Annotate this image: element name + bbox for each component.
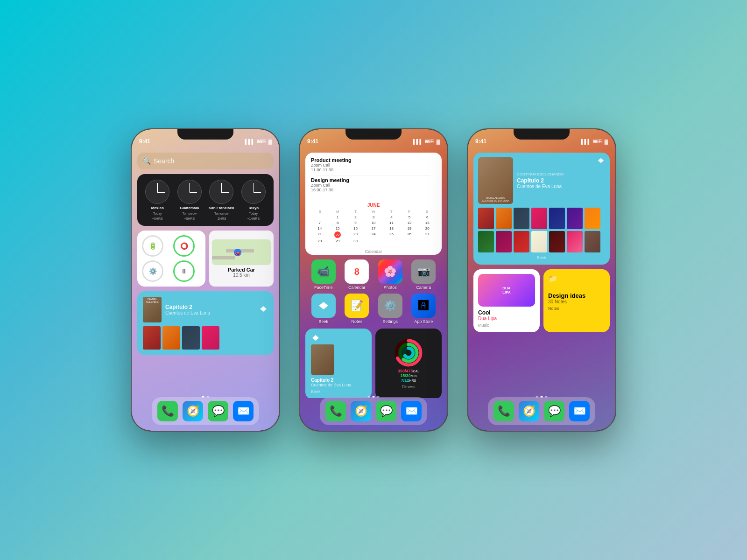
event2-time: 16:30-17:30 xyxy=(311,188,436,192)
photos-icon: 🌸 xyxy=(378,259,402,284)
cal-days-header: SMTWTFS xyxy=(311,210,436,214)
clock-face-mexico xyxy=(145,180,169,204)
signal-icon: ▌▌▌ xyxy=(245,139,254,144)
beek-app-icon xyxy=(311,294,336,318)
status-time-3: 9:41 xyxy=(475,138,486,145)
dock2-safari[interactable]: 🧭 xyxy=(351,401,371,421)
search-icon: 🔍 xyxy=(143,157,151,165)
status-icons-2: ▌▌▌ WiFi ▓ xyxy=(413,139,440,144)
camera-icon: 📷 xyxy=(411,259,436,284)
beek3-subtitle: Cuentos de Eva Luna xyxy=(517,184,593,189)
bk11 xyxy=(531,231,547,252)
phone-1: 9:41 ▌▌▌ WiFi ▓ 🔍 Search Mexico Today +0… xyxy=(131,128,280,432)
beek-subtitle: Cuentos de Eva Luna xyxy=(165,310,210,315)
event2-title: Design meeting xyxy=(311,177,436,183)
app-notes-label: Notes xyxy=(351,319,362,324)
app-calendar[interactable]: 8 Calendar xyxy=(343,259,372,290)
beek3-title: Capítulo 2 xyxy=(517,177,593,184)
status-icons-3: ▌▌▌ WiFi ▓ xyxy=(581,139,608,144)
notch xyxy=(177,129,233,140)
app-grid-row1: 📹 FaceTime 8 Calendar 🌸 Photos 📷 Camera xyxy=(305,259,442,290)
dock2-messages[interactable]: 💬 xyxy=(376,401,396,421)
dock3-safari[interactable]: 🧭 xyxy=(519,401,539,421)
dock-3: 📞 🧭 💬 ✉️ xyxy=(488,397,595,425)
dock-1: 📞 🧭 💬 ✉️ xyxy=(152,397,259,425)
beek3-top: ISABEL ALLENDE CUENTOS DE EVA LUNA CONTI… xyxy=(478,157,605,204)
notes-widget: 📁 Design ideas 30 Notes Notes xyxy=(543,269,610,332)
phone1-screen: 9:41 ▌▌▌ WiFi ▓ 🔍 Search Mexico Today +0… xyxy=(132,129,279,431)
event1-title: Product meeting xyxy=(311,157,436,163)
fitness-calories: 350/475CAL xyxy=(398,369,419,373)
today-marker: 22 xyxy=(334,231,341,238)
min-unit: MIN xyxy=(411,374,417,378)
bk10 xyxy=(514,231,529,252)
city-guatemala: Guatemala xyxy=(180,206,199,210)
bk3 xyxy=(514,208,529,229)
song-artist: Dua Lipa xyxy=(478,316,535,321)
parked-car-title: Parked Car xyxy=(228,267,255,273)
dock-messages[interactable]: 💬 xyxy=(208,401,228,421)
notes-title: Design ideas xyxy=(548,292,605,299)
fitness-widget: 350/475CAL 15/30MIN 7/12HRS Fitness xyxy=(375,329,442,398)
clock-widget: Mexico Today +0HRS Guatemala Tomorrow +0… xyxy=(137,174,274,226)
dock-safari[interactable]: 🧭 xyxy=(183,401,203,421)
map-svg: 🚗 xyxy=(212,239,271,265)
notch-2 xyxy=(345,129,402,140)
app-settings[interactable]: ⚙️ Settings xyxy=(376,294,405,324)
beek3-info: CONTINÚA ESCUCHANDO Capítulo 2 Cuentos d… xyxy=(517,157,593,204)
app-beek[interactable]: Beek xyxy=(309,294,338,324)
book-cover-main: ISABEL ALLENDE xyxy=(143,297,162,322)
city-tokyo: Tokyo xyxy=(248,206,259,210)
app-notes[interactable]: 📝 Notes xyxy=(343,294,372,324)
notch-3 xyxy=(514,129,570,140)
hrs-value: 7/12 xyxy=(401,378,409,383)
parked-car-distance: 10.5 km xyxy=(233,273,250,278)
map-preview: 🚗 xyxy=(212,239,271,265)
clock-face-guatemala xyxy=(177,180,202,204)
beek2-label: Beek xyxy=(311,389,366,394)
dock2-mail[interactable]: ✉️ xyxy=(401,401,422,421)
dock-phone[interactable]: 📞 xyxy=(157,401,178,421)
beek3-large-widget: ISABEL ALLENDE CUENTOS DE EVA LUNA CONTI… xyxy=(473,153,610,265)
battery-icon-3: ▓ xyxy=(605,139,608,144)
activity-rings xyxy=(395,339,423,367)
dock3-mail[interactable]: ✉️ xyxy=(569,401,590,421)
app-photos[interactable]: 🌸 Photos xyxy=(376,259,405,290)
app-settings-label: Settings xyxy=(382,319,398,324)
app-appstore[interactable]: 🅰 App Store xyxy=(409,294,438,324)
clock-face-sf xyxy=(209,180,233,204)
app-facetime[interactable]: 📹 FaceTime xyxy=(309,259,338,290)
time-guatemala: Tomorrow xyxy=(182,212,197,215)
app-camera[interactable]: 📷 Camera xyxy=(409,259,438,290)
book-2 xyxy=(162,326,180,350)
signal-icon-3: ▌▌▌ xyxy=(581,139,591,144)
beek3-label: Beek xyxy=(478,255,605,260)
wifi-icon-2: WiFi xyxy=(425,139,435,144)
widgets-row-2: Capítulo 2 Cuentos de Eva Luna Beek xyxy=(305,329,442,398)
fitness-label: Fitness xyxy=(402,385,415,389)
appstore-icon: 🅰 xyxy=(411,294,436,318)
offset-mexico: +0HRS xyxy=(152,217,163,220)
signal-icon-2: ▌▌▌ xyxy=(413,139,423,144)
dock3-messages[interactable]: 💬 xyxy=(544,401,564,421)
beek-logo-icon xyxy=(259,305,268,315)
clock-mexico: Mexico Today +0HRS xyxy=(143,180,172,220)
search-bar[interactable]: 🔍 Search xyxy=(137,153,274,169)
cal-days: 123456 78910111213 14151617181920 212223… xyxy=(311,215,436,244)
dock-mail[interactable]: ✉️ xyxy=(233,401,254,421)
utility-row: 🔋 ⭕ ⚙️ ⏸ 🚗 xyxy=(137,231,274,287)
utility-icons: 🔋 ⭕ ⚙️ ⏸ xyxy=(142,235,201,282)
event1-time: 11:00-11:30 xyxy=(311,168,436,172)
dock3-phone[interactable]: 📞 xyxy=(493,401,514,421)
dock2-phone[interactable]: 📞 xyxy=(325,401,346,421)
fitness-hours: 7/12HRS xyxy=(401,378,416,383)
parked-car-widget: 🚗 Parked Car 10.5 km xyxy=(209,231,274,287)
phone3-content: ISABEL ALLENDE CUENTOS DE EVA LUNA CONTI… xyxy=(473,153,610,398)
bk1 xyxy=(478,208,494,229)
app-photos-label: Photos xyxy=(384,285,397,290)
calendar-icon: 8 xyxy=(345,259,369,284)
offset-guatemala: +0HRS xyxy=(184,217,195,220)
bk13 xyxy=(567,231,583,252)
app-beek-label: Beek xyxy=(318,319,328,324)
calendar-widget: Product meeting Zoom Call 11:00-11:30 De… xyxy=(305,153,442,255)
